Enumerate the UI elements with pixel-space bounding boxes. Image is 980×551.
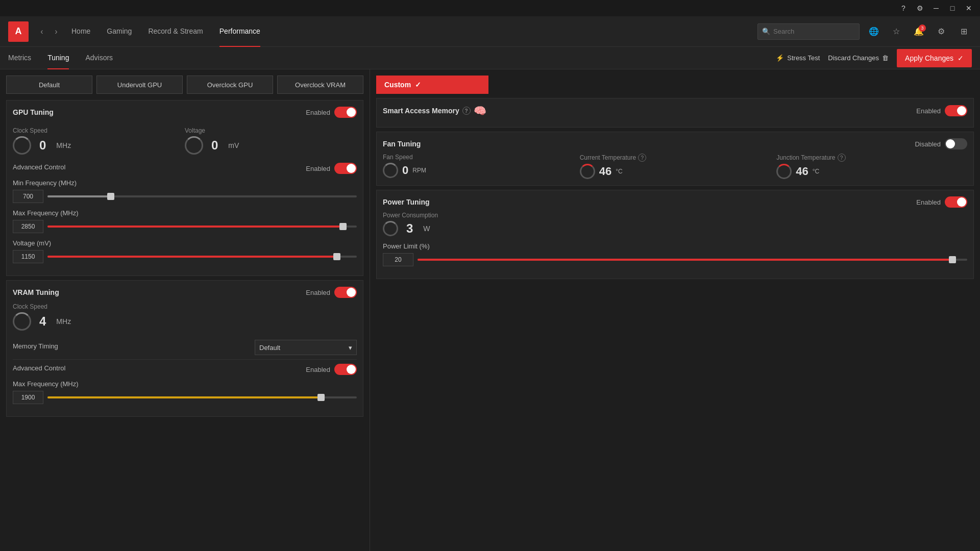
junction-temp-value: 46 <box>796 165 808 178</box>
nav-performance[interactable]: Performance <box>219 16 260 47</box>
current-temp-unit: °C <box>616 168 622 175</box>
nav-home[interactable]: Home <box>71 16 90 47</box>
preset-overclock-vram[interactable]: Overclock VRAM <box>277 76 363 94</box>
vram-tuning-toggle[interactable] <box>334 287 357 298</box>
advanced-control-header: Advanced Control Enabled <box>13 163 357 174</box>
min-freq-thumb[interactable] <box>107 193 114 200</box>
current-temp-label: Current Temperature ? <box>580 154 771 162</box>
vram-advanced-status: Enabled <box>306 364 357 375</box>
globe-btn[interactable]: 🌐 <box>866 23 882 40</box>
power-limit-slider-row: 20 <box>383 253 967 266</box>
vram-tuning-title: VRAM Tuning <box>13 288 59 296</box>
voltage-mv-track[interactable] <box>47 256 357 258</box>
min-freq-fill <box>47 195 109 197</box>
preset-undervolt[interactable]: Undervolt GPU <box>96 76 183 94</box>
min-freq-track[interactable] <box>47 195 357 197</box>
power-consumption-row: 3 W <box>383 221 967 236</box>
preset-row: Default Undervolt GPU Overclock GPU Over… <box>6 76 363 94</box>
voltage-mv-label: Voltage (mV) <box>13 239 357 247</box>
stress-icon: ⚡ <box>776 54 784 62</box>
vram-max-freq-value-box[interactable]: 1900 <box>13 391 43 404</box>
vram-advanced-toggle[interactable] <box>334 364 357 375</box>
memory-timing-select[interactable]: Default ▾ <box>255 340 357 355</box>
fan-tuning-title: Fan Tuning <box>383 140 421 148</box>
power-limit-track[interactable] <box>418 259 967 261</box>
min-freq-slider-row: 700 <box>13 190 357 203</box>
discard-btn[interactable]: Discard Changes 🗑 <box>828 54 889 62</box>
voltage-mv-thumb[interactable] <box>333 253 340 260</box>
vram-tuning-status: Enabled <box>306 287 357 298</box>
power-limit-value-box[interactable]: 20 <box>383 253 413 266</box>
gpu-enabled-label: Enabled <box>306 109 330 116</box>
max-freq-value-box[interactable]: 2850 <box>13 220 43 233</box>
notification-badge: 3 <box>919 24 926 32</box>
help-btn[interactable]: ? <box>896 1 911 15</box>
tab-metrics[interactable]: Metrics <box>8 47 31 69</box>
max-freq-thumb[interactable] <box>339 223 347 230</box>
stress-test-btn[interactable]: ⚡ Stress Test <box>776 54 820 62</box>
bookmark-btn[interactable]: ☆ <box>888 23 904 40</box>
current-temp-knob <box>580 164 595 179</box>
advanced-control-status: Enabled <box>306 163 357 174</box>
advanced-control-toggle[interactable] <box>334 163 357 174</box>
close-btn[interactable]: ✕ <box>962 1 976 15</box>
stress-test-label: Stress Test <box>787 54 820 62</box>
user-btn[interactable]: ⊞ <box>955 23 972 40</box>
sub-nav: Metrics Tuning Advisors ⚡ Stress Test Di… <box>0 47 980 69</box>
notification-btn[interactable]: 🔔 3 <box>911 23 927 40</box>
preset-default[interactable]: Default <box>6 76 92 94</box>
min-freq-value-box[interactable]: 700 <box>13 190 43 203</box>
fan-speed-knob <box>383 163 398 178</box>
power-limit-label: Power Limit (%) <box>383 242 967 250</box>
tab-advisors[interactable]: Advisors <box>85 47 113 69</box>
smart-access-brain-icon: 🧠 <box>474 105 486 117</box>
junction-temp-item: Junction Temperature ? 46 °C <box>776 154 967 179</box>
custom-badge[interactable]: Custom ✓ <box>376 76 488 94</box>
maximize-btn[interactable]: □ <box>945 1 960 15</box>
settings-titlebar-btn[interactable]: ⚙ <box>913 1 927 15</box>
smart-access-toggle[interactable] <box>945 105 967 116</box>
vram-max-freq-thumb[interactable] <box>317 394 325 401</box>
fan-speed-unit: RPM <box>412 167 426 174</box>
preset-overclock-gpu[interactable]: Overclock GPU <box>187 76 273 94</box>
minimize-btn[interactable]: ─ <box>929 1 943 15</box>
smart-access-info-icon[interactable]: ? <box>462 107 471 115</box>
fan-tuning-toggle[interactable] <box>945 138 967 149</box>
junction-temp-label: Junction Temperature ? <box>776 154 967 162</box>
vram-clock-knob <box>13 312 31 331</box>
fan-tuning-section: Fan Tuning Disabled Fan Speed 0 RPM <box>376 132 974 186</box>
power-unit: W <box>423 224 430 233</box>
power-value: 3 <box>406 221 413 236</box>
current-temp-info-icon[interactable]: ? <box>638 154 646 162</box>
tab-tuning[interactable]: Tuning <box>47 47 69 69</box>
settings-btn[interactable]: ⚙ <box>933 23 949 40</box>
nav-gaming[interactable]: Gaming <box>107 16 132 47</box>
nav-back-btn[interactable]: ‹ <box>35 24 49 39</box>
gpu-voltage-knob <box>185 136 203 155</box>
vram-max-freq-track[interactable] <box>47 396 357 398</box>
voltage-mv-value-box[interactable]: 1150 <box>13 250 43 263</box>
smart-access-status: Enabled <box>916 105 967 116</box>
fan-tuning-label: Fan Tuning <box>383 140 421 148</box>
power-limit-thumb[interactable] <box>949 256 956 263</box>
nav-forward-btn[interactable]: › <box>49 24 63 39</box>
vram-clock-label: Clock Speed <box>13 303 357 310</box>
gpu-tuning-toggle[interactable] <box>334 107 357 118</box>
gpu-clock-value: 0 <box>39 138 46 153</box>
max-freq-track[interactable] <box>47 226 357 228</box>
junction-temp-unit: °C <box>813 168 819 175</box>
junction-temp-info-icon[interactable]: ? <box>838 154 846 162</box>
nav-record-stream[interactable]: Record & Stream <box>148 16 203 47</box>
apply-changes-btn[interactable]: Apply Changes ✓ <box>897 49 972 67</box>
search-box[interactable]: 🔍 <box>757 23 860 40</box>
power-tuning-toggle[interactable] <box>945 196 967 208</box>
power-limit-fill <box>418 259 951 261</box>
search-input[interactable] <box>773 28 855 35</box>
voltage-mv-fill <box>47 256 335 258</box>
smart-access-title: Smart Access Memory ? 🧠 <box>383 105 486 117</box>
power-tuning-status: Enabled <box>916 196 967 208</box>
vram-tuning-header: VRAM Tuning Enabled <box>13 287 357 298</box>
gpu-clock-speed-item: Clock Speed 0 MHz <box>13 123 185 159</box>
current-temp-value-row: 46 °C <box>580 164 771 179</box>
smart-access-label: Smart Access Memory <box>383 107 459 115</box>
